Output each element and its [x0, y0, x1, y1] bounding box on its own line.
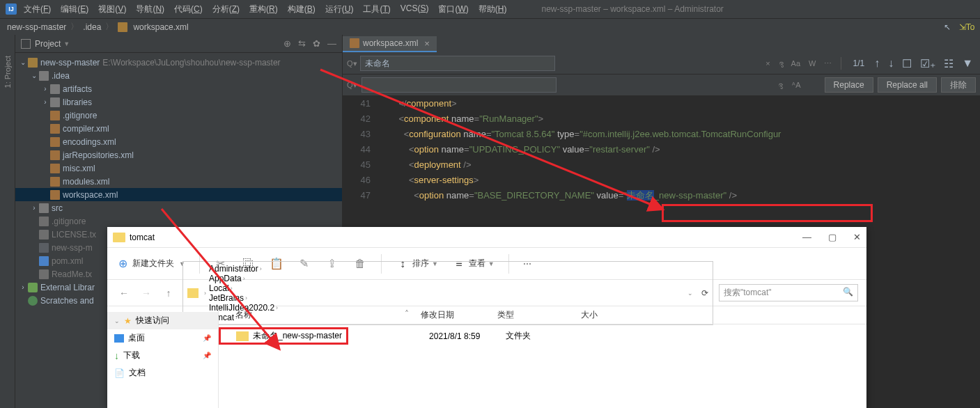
refresh-icon[interactable]: ⟳	[701, 288, 708, 298]
menu-item[interactable]: 工具(T)	[363, 3, 390, 15]
replace-button[interactable]: Replace	[825, 77, 873, 93]
explorer-title: tomcat	[130, 233, 155, 242]
next-match-icon[interactable]: ↓	[885, 57, 896, 70]
sidebar-desktop[interactable]: 桌面📌	[107, 329, 218, 347]
breadcrumb-item[interactable]: new-ssp-master	[7, 22, 66, 32]
menu-item[interactable]: 帮助(H)	[479, 3, 507, 15]
forward-icon[interactable]: →	[138, 288, 155, 299]
case-icon-2[interactable]: ᴬA	[789, 81, 803, 90]
menu-item[interactable]: 视图(V)	[98, 3, 126, 15]
tree-row[interactable]: compiler.xml	[15, 122, 342, 135]
gutter-project-label[interactable]: 1: Project	[3, 56, 12, 88]
path-segment[interactable]: AppData ›	[209, 274, 278, 283]
regex-icon[interactable]: ೄ	[777, 58, 785, 68]
menu-item[interactable]: 构建(B)	[288, 3, 316, 15]
up-icon[interactable]: ↑	[160, 288, 177, 299]
prev-change-icon[interactable]: ↖	[941, 21, 954, 33]
col-header-type[interactable]: 类型	[497, 309, 581, 321]
file-row[interactable]: 未命名_new-ssp-master 2021/8/1 8:59 文件夹	[219, 324, 866, 347]
next-change-icon[interactable]: ⇲ To	[960, 21, 973, 33]
close-icon[interactable]: ✕	[853, 232, 861, 242]
target-icon[interactable]: ⊕	[283, 38, 291, 49]
tree-row[interactable]: misc.xml	[15, 162, 342, 175]
menu-item[interactable]: 分析(Z)	[212, 3, 240, 15]
replace-input[interactable]	[361, 77, 557, 93]
menu-bar[interactable]: 文件(F)编辑(E)视图(V)导航(N)代码(C)分析(Z)重构(R)构建(B)…	[24, 3, 506, 15]
case-icon[interactable]: Aa	[789, 58, 802, 68]
editor-tab[interactable]: workspace.xml ×	[343, 36, 437, 52]
exclude-button[interactable]: 排除	[941, 77, 976, 93]
tree-row[interactable]: workspace.xml	[15, 188, 342, 201]
hide-icon[interactable]: —	[327, 38, 336, 49]
more-icon[interactable]: ⋯	[822, 58, 834, 69]
find-input[interactable]	[360, 56, 555, 71]
sidebar-docs[interactable]: 📄 文档	[107, 364, 218, 382]
path-segment[interactable]: Local ›	[209, 283, 278, 293]
tree-row[interactable]: jarRepositories.xml	[15, 148, 342, 162]
explorer-sidebar[interactable]: ⌄ ★ 快速访问 桌面📌 ↓ 下载📌 📄 文档	[107, 306, 219, 408]
menu-item[interactable]: 编辑(E)	[61, 3, 88, 15]
expand-icon[interactable]: ⇆	[298, 38, 306, 49]
tree-row[interactable]: modules.xml	[15, 175, 342, 188]
preserve-case-icon[interactable]: ೄ	[775, 81, 785, 89]
result-count: 1/1	[848, 58, 869, 68]
tree-row[interactable]: encodings.xml	[15, 135, 342, 148]
tree-row[interactable]: ⌄new-ssp-masterE:\Workspace\JuLong\shouh…	[15, 56, 342, 69]
col-header-date[interactable]: 修改日期	[421, 309, 497, 321]
file-explorer-window[interactable]: tomcat — ▢ ✕ ⊕ 新建文件夹 ▼ ✂ ⿻ 📋 ✎ ⇪ 🗑 ↕排序 ▼…	[107, 227, 866, 408]
path-segment[interactable]: JetBrains ›	[209, 293, 278, 303]
menu-item[interactable]: 运行(U)	[325, 3, 354, 15]
replace-all-button[interactable]: Replace all	[878, 77, 937, 93]
chevron-right-icon: 〉	[105, 21, 114, 33]
funnel-icon[interactable]: ▼	[959, 57, 976, 70]
file-icon	[118, 22, 127, 32]
left-gutter: 1: Project	[0, 35, 15, 408]
col-header-size[interactable]: 大小	[581, 309, 637, 321]
tree-row[interactable]: ›libraries	[15, 95, 342, 109]
menu-item[interactable]: 代码(C)	[174, 3, 203, 15]
menu-item[interactable]: 窗口(W)	[438, 3, 468, 15]
path-segment[interactable]: Administrator ›	[209, 264, 278, 274]
menu-item[interactable]: VCS(S)	[400, 3, 429, 15]
tree-row[interactable]: ›artifacts	[15, 82, 342, 95]
tree-row[interactable]: ⌄.idea	[15, 69, 342, 82]
tree-row[interactable]: .gitignore	[15, 109, 342, 122]
filter-list-icon[interactable]: ☷	[941, 57, 956, 70]
file-icon	[350, 38, 359, 48]
select-all-icon[interactable]: ☐	[899, 57, 915, 70]
sidebar-downloads[interactable]: ↓ 下载📌	[107, 347, 218, 364]
breadcrumb-item[interactable]: workspace.xml	[133, 22, 188, 32]
folder-icon	[113, 233, 125, 242]
menu-item[interactable]: 文件(F)	[24, 3, 51, 15]
new-selection-icon[interactable]: ☑₊	[917, 57, 938, 70]
search-icon: Q▾	[347, 59, 357, 68]
menu-item[interactable]: 导航(N)	[136, 3, 164, 15]
tree-row[interactable]: ›src	[15, 201, 342, 214]
close-icon[interactable]: ×	[424, 38, 430, 49]
tree-row[interactable]: .gitignore	[15, 214, 342, 228]
back-icon[interactable]: ←	[116, 288, 132, 299]
maximize-icon[interactable]: ▢	[828, 232, 837, 242]
chevron-right-icon: 〉	[70, 21, 79, 33]
file-type: 文件夹	[506, 330, 589, 342]
search-icon[interactable]: 🔍	[843, 287, 853, 299]
clear-icon[interactable]: ×	[763, 58, 772, 68]
folder-icon	[187, 288, 199, 298]
replace-label-icon: Q▾	[347, 81, 357, 90]
app-logo: IJ	[6, 3, 17, 15]
new-folder-button[interactable]: ⊕ 新建文件夹 ▼	[116, 257, 185, 271]
folder-highlight-box: 未命名_new-ssp-master	[219, 327, 348, 345]
minimize-icon[interactable]: —	[802, 232, 811, 242]
breadcrumb-item[interactable]: .idea	[83, 22, 101, 32]
file-date: 2021/8/1 8:59	[429, 331, 506, 341]
col-header-name[interactable]: 名称	[219, 309, 393, 321]
chevron-down-icon[interactable]: ⌄	[687, 290, 693, 297]
quick-access[interactable]: ⌄ ★ 快速访问	[107, 312, 218, 329]
gear-icon[interactable]: ✿	[313, 38, 320, 49]
words-icon[interactable]: W	[807, 58, 818, 68]
menu-item[interactable]: 重构(R)	[249, 3, 278, 15]
explorer-search-input[interactable]: 搜索"tomcat" 🔍	[719, 284, 858, 301]
panel-title[interactable]: Project	[35, 39, 61, 49]
chevron-down-icon[interactable]: ▼	[63, 40, 70, 47]
prev-match-icon[interactable]: ↑	[871, 57, 882, 70]
